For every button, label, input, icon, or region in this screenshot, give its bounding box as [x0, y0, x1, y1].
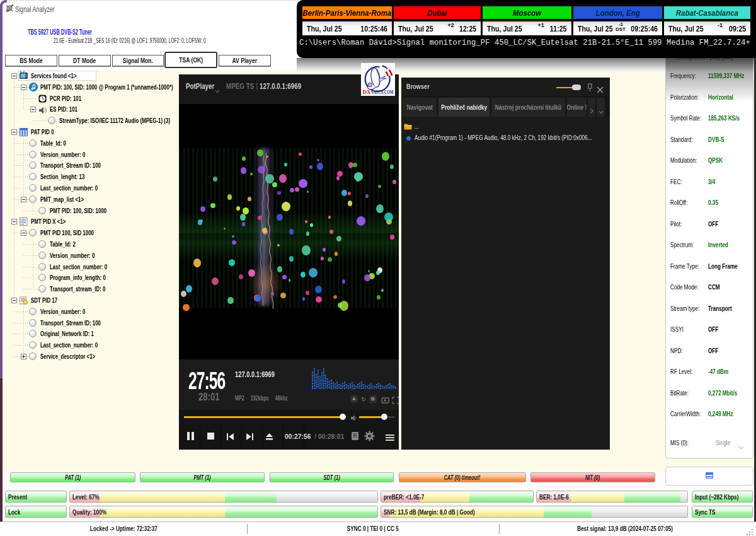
svg-text:DX: DX	[363, 89, 371, 95]
svg-text:SATCS.COM: SATCS.COM	[371, 89, 394, 95]
